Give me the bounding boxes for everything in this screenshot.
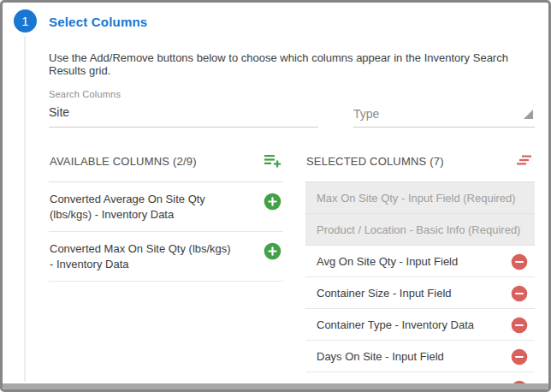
- selected-column-label: Avg On Site Qty - Input Field: [317, 255, 458, 268]
- horizontal-scrollbar[interactable]: [3, 383, 548, 389]
- selected-column-row: Container Type - Inventory Data: [305, 309, 535, 341]
- add-column-button[interactable]: [264, 193, 281, 211]
- available-column-label: Converted Average On Site Qty (lbs/kgs) …: [50, 192, 236, 222]
- selected-columns-header: SELECTED COLUMNS (7): [305, 151, 535, 182]
- add-all-columns-button[interactable]: [264, 151, 281, 171]
- page-title: Select Columns: [49, 15, 535, 29]
- instructions-text: Use the Add/Remove buttons below to choo…: [49, 51, 535, 77]
- step-content: Select Columns Use the Add/Remove button…: [49, 13, 535, 392]
- minus-circle-icon: [511, 324, 528, 336]
- corner-triangle-icon: [524, 110, 533, 119]
- available-column-row: Converted Max On Site Qty (lbs/kgs) - In…: [49, 232, 283, 282]
- selected-column-label: Product / Location - Basic Info (Require…: [317, 223, 520, 236]
- selected-column-row: Days On Site - Input Field: [305, 341, 535, 372]
- plus-circle-icon: [264, 250, 281, 263]
- remove-column-button[interactable]: [511, 285, 528, 302]
- available-columns-header: AVAILABLE COLUMNS (2/9): [49, 151, 283, 182]
- minus-circle-icon: [511, 292, 528, 305]
- remove-all-columns-button[interactable]: [516, 151, 533, 171]
- selected-column-label: Container Size - Input Field: [317, 287, 452, 300]
- selected-columns-title: SELECTED COLUMNS (7): [306, 155, 444, 168]
- playlist-add-icon: [264, 151, 281, 171]
- search-columns-label: Search Columns: [49, 89, 318, 99]
- available-columns-list: Converted Average On Site Qty (lbs/kgs) …: [49, 182, 283, 282]
- selected-column-label: Days On Site - Input Field: [317, 350, 444, 363]
- selected-column-label: Container Type - Inventory Data: [317, 318, 474, 331]
- available-columns-title: AVAILABLE COLUMNS (2/9): [50, 155, 197, 168]
- add-column-button[interactable]: [264, 242, 281, 260]
- filter-row: Search Columns Type: [49, 89, 535, 128]
- selected-columns-list: Max On Site Qty - Input Field (Required)…: [305, 182, 535, 392]
- select-columns-panel: 1 Select Columns Use the Add/Remove butt…: [0, 0, 551, 392]
- available-columns-panel: AVAILABLE COLUMNS (2/9): [49, 151, 283, 392]
- selected-columns-panel: SELECTED COLUMNS (7) Max On Site Qty - I…: [305, 151, 535, 392]
- selected-column-label: Max On Site Qty - Input Field (Required): [317, 192, 516, 205]
- available-column-label: Converted Max On Site Qty (lbs/kgs) - In…: [50, 241, 236, 271]
- selected-column-row: Avg On Site Qty - Input Field: [305, 246, 535, 277]
- columns-panels: AVAILABLE COLUMNS (2/9): [49, 151, 535, 392]
- plus-circle-icon: [264, 200, 281, 213]
- search-columns-field: Search Columns: [49, 89, 318, 128]
- step-connector-line: [24, 36, 26, 382]
- selected-column-row: Product / Location - Basic Info (Require…: [305, 214, 535, 246]
- selected-column-row: Container Size - Input Field: [305, 277, 535, 309]
- selected-column-row: Max On Site Qty - Input Field (Required): [305, 182, 535, 214]
- search-columns-input[interactable]: [49, 99, 318, 128]
- minus-circle-icon: [511, 355, 528, 368]
- minus-circle-icon: [511, 260, 528, 273]
- remove-column-button[interactable]: [511, 348, 528, 365]
- step-number-badge: 1: [14, 9, 37, 33]
- available-column-row: Converted Average On Site Qty (lbs/kgs) …: [49, 182, 283, 232]
- clear-all-icon: [516, 151, 533, 171]
- remove-column-button[interactable]: [511, 253, 528, 270]
- type-dropdown-label: Type: [353, 107, 379, 121]
- type-dropdown[interactable]: Type: [353, 101, 535, 128]
- step-number: 1: [21, 14, 28, 28]
- remove-column-button[interactable]: [511, 317, 528, 334]
